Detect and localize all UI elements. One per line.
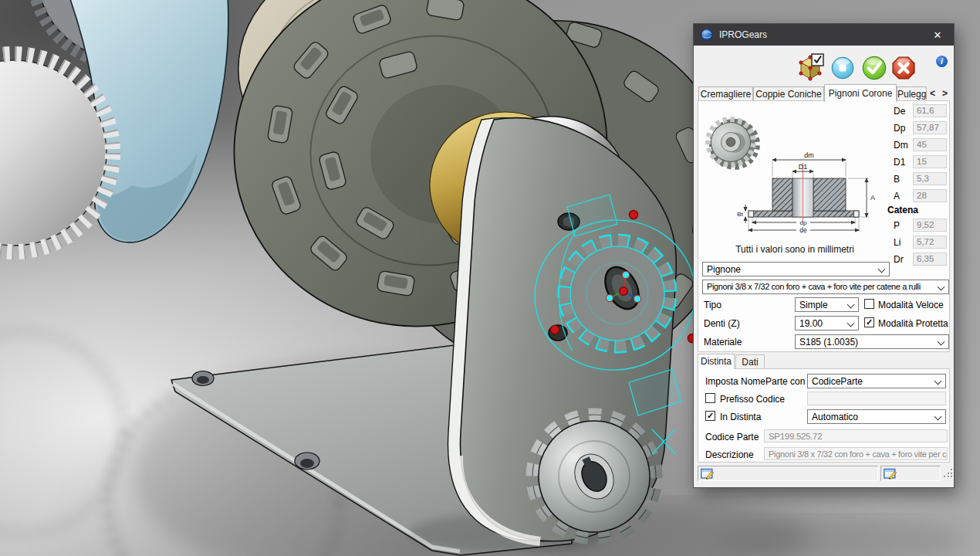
chevron-down-icon xyxy=(847,301,855,309)
in-distinta-combo[interactable]: Automatico xyxy=(807,409,946,424)
descrizione-field[interactable]: Pignoni 3/8 x 7/32 con foro + cava + for… xyxy=(764,447,948,460)
tab-coppie-coniche[interactable]: Coppie Coniche xyxy=(753,86,824,101)
param-label: D1 xyxy=(894,157,905,168)
imposta-label: Imposta NomeParte con xyxy=(705,376,805,387)
close-icon[interactable]: ✕ xyxy=(921,24,954,46)
param-label: Dr xyxy=(894,254,904,265)
confirm-icon[interactable] xyxy=(862,56,887,80)
imposta-combo[interactable]: CodiceParte xyxy=(807,374,946,388)
param-value-field[interactable]: 57,87 xyxy=(913,121,947,134)
svg-text:de: de xyxy=(799,226,807,234)
pignoni-corone-panel: dm D1 A Bt dp de Tutti i valori sono in … xyxy=(698,100,950,352)
info-icon[interactable]: i xyxy=(936,56,948,67)
tipo-label: Tipo xyxy=(704,300,721,310)
codice-parte-label: Codice Parte xyxy=(705,432,759,442)
svg-text:dp: dp xyxy=(800,219,807,226)
dialog-title: IPROGears xyxy=(719,29,767,40)
statusbar-cell-left xyxy=(698,466,878,481)
svg-text:dm: dm xyxy=(804,151,814,159)
cancel-icon[interactable] xyxy=(891,56,916,80)
chevron-down-icon xyxy=(934,378,942,385)
resize-grip[interactable] xyxy=(944,469,953,479)
statusbar-cell-right xyxy=(880,466,941,481)
family-combo[interactable]: Pignone xyxy=(702,262,890,276)
units-note: Tutti i valori sono in millimetri xyxy=(710,244,880,255)
edit-form-icon[interactable] xyxy=(701,468,715,480)
param-row-dp: Dp57,87 xyxy=(890,121,948,134)
param-value-field[interactable]: 9,52 xyxy=(913,219,947,232)
param-row-de: De61,6 xyxy=(890,104,948,117)
in-distinta-checkbox[interactable]: ✓ xyxy=(705,411,715,421)
param-row-d1: D115 xyxy=(890,155,948,168)
tab-distinta[interactable]: Distinta xyxy=(698,354,735,369)
tab-pignoni-corone[interactable]: Pignoni Corone xyxy=(824,84,897,102)
svg-text:D1: D1 xyxy=(799,163,808,171)
tab-scroll-right-icon[interactable]: > xyxy=(939,87,951,100)
param-label: P xyxy=(894,220,900,231)
param-row-dr: Dr6,35 xyxy=(890,253,948,266)
prefisso-codice-checkbox[interactable] xyxy=(705,393,715,403)
dialog-titlebar[interactable]: IPROGears ✕ xyxy=(694,24,954,46)
gear-type-tabstrip: Cremagliere Coppie Coniche Pignoni Coron… xyxy=(694,84,955,101)
materiale-label: Materiale xyxy=(704,337,742,348)
chevron-down-icon xyxy=(934,413,942,421)
svg-text:Bt: Bt xyxy=(737,211,743,218)
prefisso-codice-label: Prefisso Codice xyxy=(720,394,785,405)
iprogears-dialog: IPROGears ✕ i xyxy=(693,23,955,488)
chevron-down-icon xyxy=(938,338,945,346)
denti-combo[interactable]: 19.00 xyxy=(795,316,859,331)
modalita-protetta-label: Modalità Protetta xyxy=(878,318,948,329)
prefisso-codice-field[interactable] xyxy=(807,392,946,405)
param-row-dm: Dm45 xyxy=(890,138,948,151)
param-label: Li xyxy=(894,237,901,248)
dimension-diagram: dm D1 A Bt dp de xyxy=(735,151,884,243)
svg-text:A: A xyxy=(870,194,875,202)
modalita-veloce-label: Modalità Veloce xyxy=(878,300,944,310)
tab-cremagliere[interactable]: Cremagliere xyxy=(698,86,753,101)
param-value-field[interactable]: 6,35 xyxy=(913,253,947,266)
app-globe-icon xyxy=(701,29,713,41)
tipo-combo[interactable]: Simple xyxy=(795,297,859,312)
param-label: Dp xyxy=(894,123,905,134)
in-distinta-label: In Distinta xyxy=(720,412,761,422)
param-row-b: B5,3 xyxy=(890,172,948,185)
param-value-field[interactable]: 15 xyxy=(913,155,947,168)
descrizione-label: Descrizione xyxy=(705,449,754,460)
param-label: Dm xyxy=(894,140,908,151)
modalita-veloce-checkbox[interactable] xyxy=(864,299,874,309)
app-window: IPROGears ✕ i xyxy=(0,0,980,556)
chevron-down-icon xyxy=(878,266,886,273)
codice-parte-field[interactable]: SP199.525.72 xyxy=(764,429,948,442)
tab-dati[interactable]: Dati xyxy=(735,354,765,369)
chevron-down-icon xyxy=(847,320,855,327)
materiale-combo[interactable]: S185 (1.0035) xyxy=(795,334,949,349)
param-value-field[interactable]: 5,72 xyxy=(913,236,947,249)
param-row-a: A28 xyxy=(890,189,948,202)
param-label: B xyxy=(894,174,900,185)
standard-combo[interactable]: Pignoni 3/8 x 7/32 con foro + cava + for… xyxy=(702,280,949,294)
param-value-field[interactable]: 61,6 xyxy=(913,104,947,117)
pause-icon[interactable] xyxy=(831,56,854,80)
distinta-panel: Imposta NomeParte con CodiceParte Prefis… xyxy=(698,368,950,463)
param-value-field[interactable]: 28 xyxy=(913,189,947,202)
modalita-protetta-checkbox[interactable]: ✓ xyxy=(864,317,874,327)
chevron-down-icon xyxy=(938,283,945,291)
catena-header: Catena xyxy=(887,205,918,215)
edit-form-icon[interactable] xyxy=(884,468,897,480)
tab-scroll-left-icon[interactable]: < xyxy=(927,87,938,100)
param-row-p: P9,52 xyxy=(890,219,948,232)
param-row-li: Li5,72 xyxy=(890,236,948,249)
insert-with-options-cube-icon[interactable] xyxy=(796,53,825,81)
param-value-field[interactable]: 45 xyxy=(913,138,947,151)
param-label: De xyxy=(894,106,905,117)
param-value-field[interactable]: 5,3 xyxy=(913,172,947,185)
param-label: A xyxy=(894,191,900,202)
denti-label: Denti (Z) xyxy=(704,318,740,329)
tab-pulegge[interactable]: Pulegge xyxy=(897,86,927,101)
